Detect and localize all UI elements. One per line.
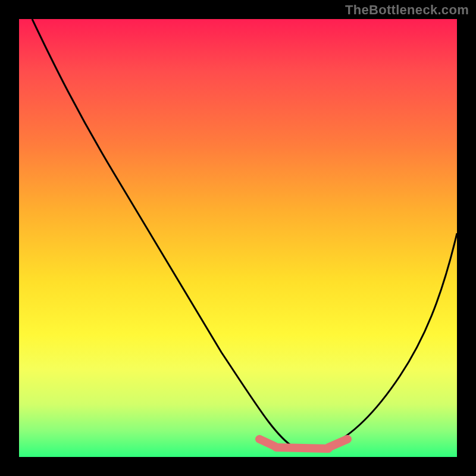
right-curve: [328, 233, 457, 446]
valley-marker-stroke-mid: [276, 447, 328, 449]
valley-marker-stroke-left: [259, 439, 275, 446]
chart-svg: [19, 19, 457, 457]
left-curve: [32, 19, 294, 447]
plot-area: [19, 19, 457, 457]
valley-floor-marker-group: [259, 439, 347, 449]
valley-marker-stroke-right: [328, 439, 347, 447]
watermark-text: TheBottleneck.com: [345, 2, 469, 18]
chart-frame: TheBottleneck.com: [0, 0, 476, 476]
